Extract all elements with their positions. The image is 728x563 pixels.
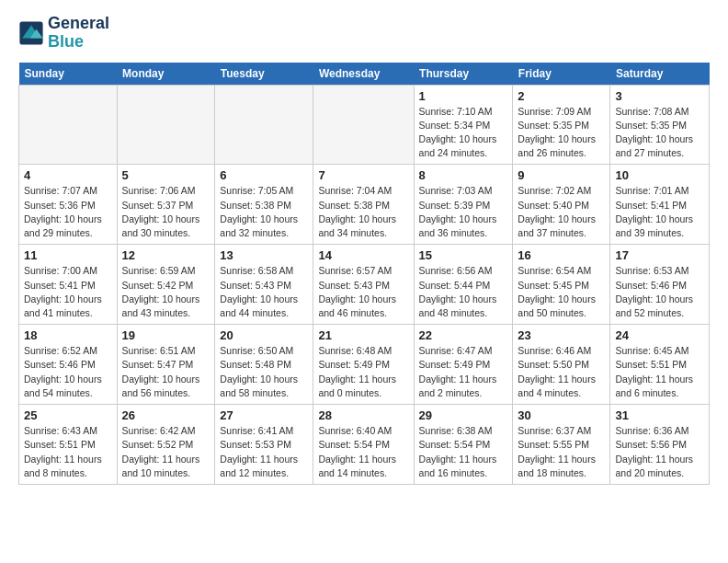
calendar-cell: 19Sunrise: 6:51 AMSunset: 5:47 PMDayligh… (117, 325, 215, 405)
day-info: Sunrise: 7:09 AMSunset: 5:35 PMDaylight:… (518, 105, 605, 161)
day-number: 8 (419, 168, 508, 182)
day-number: 2 (518, 89, 605, 103)
day-number: 22 (419, 328, 508, 342)
day-number: 7 (318, 168, 408, 182)
day-number: 10 (615, 168, 704, 182)
day-info: Sunrise: 6:48 AMSunset: 5:49 PMDaylight:… (318, 344, 408, 400)
day-number: 1 (419, 89, 508, 103)
day-info: Sunrise: 6:51 AMSunset: 5:47 PMDaylight:… (122, 344, 210, 400)
day-number: 12 (122, 248, 210, 262)
calendar-cell (19, 85, 118, 165)
day-number: 5 (122, 168, 210, 182)
day-info: Sunrise: 6:57 AMSunset: 5:43 PMDaylight:… (318, 264, 408, 320)
calendar-cell: 1Sunrise: 7:10 AMSunset: 5:34 PMDaylight… (414, 85, 513, 165)
calendar-cell: 23Sunrise: 6:46 AMSunset: 5:50 PMDayligh… (513, 325, 610, 405)
day-number: 23 (518, 328, 605, 342)
calendar-cell: 25Sunrise: 6:43 AMSunset: 5:51 PMDayligh… (19, 405, 118, 485)
day-number: 28 (318, 408, 408, 422)
day-number: 14 (318, 248, 408, 262)
day-number: 17 (615, 248, 704, 262)
calendar-cell: 28Sunrise: 6:40 AMSunset: 5:54 PMDayligh… (313, 405, 414, 485)
day-info: Sunrise: 6:53 AMSunset: 5:46 PMDaylight:… (615, 264, 704, 320)
calendar-cell: 18Sunrise: 6:52 AMSunset: 5:46 PMDayligh… (19, 325, 118, 405)
page-header: GeneralBlue (18, 15, 710, 52)
day-info: Sunrise: 6:40 AMSunset: 5:54 PMDaylight:… (318, 424, 408, 480)
weekday-header-tuesday: Tuesday (215, 63, 313, 86)
calendar-cell: 2Sunrise: 7:09 AMSunset: 5:35 PMDaylight… (513, 85, 610, 165)
calendar-cell: 22Sunrise: 6:47 AMSunset: 5:49 PMDayligh… (414, 325, 513, 405)
day-info: Sunrise: 7:03 AMSunset: 5:39 PMDaylight:… (419, 184, 508, 240)
calendar-cell: 26Sunrise: 6:42 AMSunset: 5:52 PMDayligh… (117, 405, 215, 485)
calendar-cell: 11Sunrise: 7:00 AMSunset: 5:41 PMDayligh… (19, 245, 118, 325)
weekday-header-thursday: Thursday (414, 63, 513, 86)
calendar-cell: 16Sunrise: 6:54 AMSunset: 5:45 PMDayligh… (513, 245, 610, 325)
calendar-cell: 29Sunrise: 6:38 AMSunset: 5:54 PMDayligh… (414, 405, 513, 485)
calendar-cell: 12Sunrise: 6:59 AMSunset: 5:42 PMDayligh… (117, 245, 215, 325)
weekday-header-monday: Monday (117, 63, 215, 86)
day-number: 20 (220, 328, 308, 342)
calendar-cell: 5Sunrise: 7:06 AMSunset: 5:37 PMDaylight… (117, 165, 215, 245)
calendar-cell: 6Sunrise: 7:05 AMSunset: 5:38 PMDaylight… (215, 165, 313, 245)
calendar-cell: 14Sunrise: 6:57 AMSunset: 5:43 PMDayligh… (313, 245, 414, 325)
calendar-cell: 7Sunrise: 7:04 AMSunset: 5:38 PMDaylight… (313, 165, 414, 245)
calendar-table: SundayMondayTuesdayWednesdayThursdayFrid… (18, 63, 710, 485)
day-info: Sunrise: 6:50 AMSunset: 5:48 PMDaylight:… (220, 344, 308, 400)
day-info: Sunrise: 6:58 AMSunset: 5:43 PMDaylight:… (220, 264, 308, 320)
weekday-header-friday: Friday (513, 63, 610, 86)
logo: GeneralBlue (18, 15, 109, 52)
day-number: 6 (220, 168, 308, 182)
day-info: Sunrise: 6:54 AMSunset: 5:45 PMDaylight:… (518, 264, 605, 320)
day-number: 15 (419, 248, 508, 262)
weekday-header-saturday: Saturday (610, 63, 710, 86)
calendar-cell: 17Sunrise: 6:53 AMSunset: 5:46 PMDayligh… (610, 245, 710, 325)
day-number: 24 (615, 328, 704, 342)
day-info: Sunrise: 7:08 AMSunset: 5:35 PMDaylight:… (615, 105, 704, 161)
calendar-cell: 4Sunrise: 7:07 AMSunset: 5:36 PMDaylight… (19, 165, 118, 245)
day-info: Sunrise: 6:45 AMSunset: 5:51 PMDaylight:… (615, 344, 704, 400)
calendar-cell (313, 85, 414, 165)
calendar-cell: 15Sunrise: 6:56 AMSunset: 5:44 PMDayligh… (414, 245, 513, 325)
day-info: Sunrise: 6:43 AMSunset: 5:51 PMDaylight:… (24, 424, 112, 480)
day-number: 26 (122, 408, 210, 422)
day-number: 18 (24, 328, 112, 342)
calendar-cell: 24Sunrise: 6:45 AMSunset: 5:51 PMDayligh… (610, 325, 710, 405)
calendar-cell: 10Sunrise: 7:01 AMSunset: 5:41 PMDayligh… (610, 165, 710, 245)
calendar-cell: 27Sunrise: 6:41 AMSunset: 5:53 PMDayligh… (215, 405, 313, 485)
day-info: Sunrise: 6:59 AMSunset: 5:42 PMDaylight:… (122, 264, 210, 320)
day-info: Sunrise: 7:01 AMSunset: 5:41 PMDaylight:… (615, 184, 704, 240)
day-info: Sunrise: 7:07 AMSunset: 5:36 PMDaylight:… (24, 184, 112, 240)
day-info: Sunrise: 6:47 AMSunset: 5:49 PMDaylight:… (419, 344, 508, 400)
day-info: Sunrise: 6:41 AMSunset: 5:53 PMDaylight:… (220, 424, 308, 480)
day-info: Sunrise: 7:02 AMSunset: 5:40 PMDaylight:… (518, 184, 605, 240)
calendar-cell (117, 85, 215, 165)
day-info: Sunrise: 6:46 AMSunset: 5:50 PMDaylight:… (518, 344, 605, 400)
day-info: Sunrise: 7:06 AMSunset: 5:37 PMDaylight:… (122, 184, 210, 240)
calendar-cell: 8Sunrise: 7:03 AMSunset: 5:39 PMDaylight… (414, 165, 513, 245)
day-number: 27 (220, 408, 308, 422)
calendar-cell: 31Sunrise: 6:36 AMSunset: 5:56 PMDayligh… (610, 405, 710, 485)
day-number: 30 (518, 408, 605, 422)
day-number: 4 (24, 168, 112, 182)
calendar-cell (215, 85, 313, 165)
day-number: 31 (615, 408, 704, 422)
day-info: Sunrise: 7:00 AMSunset: 5:41 PMDaylight:… (24, 264, 112, 320)
day-number: 13 (220, 248, 308, 262)
day-info: Sunrise: 6:36 AMSunset: 5:56 PMDaylight:… (615, 424, 704, 480)
calendar-cell: 3Sunrise: 7:08 AMSunset: 5:35 PMDaylight… (610, 85, 710, 165)
day-number: 29 (419, 408, 508, 422)
calendar-cell: 9Sunrise: 7:02 AMSunset: 5:40 PMDaylight… (513, 165, 610, 245)
day-info: Sunrise: 7:10 AMSunset: 5:34 PMDaylight:… (419, 105, 508, 161)
day-info: Sunrise: 6:52 AMSunset: 5:46 PMDaylight:… (24, 344, 112, 400)
day-number: 16 (518, 248, 605, 262)
day-info: Sunrise: 6:38 AMSunset: 5:54 PMDaylight:… (419, 424, 508, 480)
weekday-header-wednesday: Wednesday (313, 63, 414, 86)
logo-text: GeneralBlue (48, 15, 109, 52)
day-info: Sunrise: 6:37 AMSunset: 5:55 PMDaylight:… (518, 424, 605, 480)
day-number: 21 (318, 328, 408, 342)
logo-icon (18, 20, 44, 46)
day-number: 3 (615, 89, 704, 103)
day-number: 19 (122, 328, 210, 342)
day-info: Sunrise: 6:42 AMSunset: 5:52 PMDaylight:… (122, 424, 210, 480)
day-number: 11 (24, 248, 112, 262)
calendar-cell: 21Sunrise: 6:48 AMSunset: 5:49 PMDayligh… (313, 325, 414, 405)
